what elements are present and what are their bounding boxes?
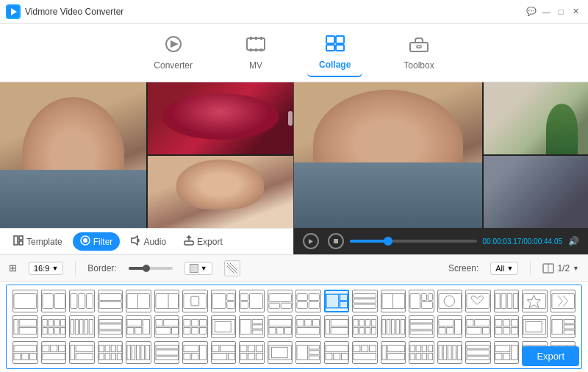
right-cell-face[interactable] — [294, 82, 482, 228]
svg-rect-187 — [137, 346, 140, 360]
template-item[interactable] — [494, 315, 520, 338]
template-item[interactable] — [437, 290, 463, 312]
audio-tab[interactable]: Audio — [123, 232, 173, 251]
template-item[interactable] — [69, 290, 95, 312]
template-item[interactable] — [437, 315, 463, 338]
template-item[interactable] — [465, 341, 491, 364]
template-item[interactable] — [522, 290, 548, 312]
template-item[interactable] — [98, 290, 123, 312]
template-item[interactable] — [465, 315, 491, 338]
template-item[interactable] — [494, 341, 520, 364]
template-item[interactable] — [381, 341, 406, 364]
border-slider[interactable] — [129, 267, 173, 270]
nav-converter[interactable]: Converter — [142, 29, 204, 76]
template-item[interactable] — [98, 341, 123, 364]
template-item[interactable] — [409, 290, 434, 312]
template-item[interactable] — [324, 341, 350, 364]
template-item[interactable] — [239, 315, 265, 338]
svg-rect-7 — [260, 37, 262, 40]
template-item[interactable] — [182, 341, 208, 364]
svg-rect-232 — [438, 346, 442, 360]
template-item[interactable] — [41, 315, 67, 338]
svg-rect-199 — [212, 353, 226, 360]
template-item[interactable] — [409, 341, 434, 364]
template-item[interactable] — [239, 341, 265, 364]
template-item[interactable] — [295, 290, 321, 312]
template-item[interactable] — [211, 290, 237, 312]
template-item[interactable] — [182, 315, 208, 338]
template-item[interactable] — [324, 315, 350, 338]
template-item[interactable] — [352, 341, 378, 364]
template-item[interactable] — [126, 341, 151, 364]
close-button[interactable]: ✕ — [569, 5, 582, 18]
progress-bar[interactable] — [350, 240, 477, 243]
template-item[interactable] — [182, 290, 208, 312]
ratio-dropdown[interactable]: 16:9 ▼ — [29, 262, 63, 275]
volume-icon[interactable]: 🔊 — [568, 236, 579, 246]
template-item[interactable] — [268, 290, 293, 312]
right-cell-room[interactable] — [484, 156, 588, 228]
collage-cell-cake[interactable] — [148, 82, 294, 154]
border-color-dropdown[interactable]: ▼ — [184, 262, 212, 275]
stop-button[interactable] — [328, 233, 344, 249]
template-item[interactable] — [437, 341, 463, 364]
svg-rect-143 — [410, 320, 433, 323]
template-item[interactable] — [352, 315, 378, 338]
screen-dropdown[interactable]: All ▼ — [490, 262, 518, 275]
svg-rect-150 — [467, 320, 473, 326]
template-item[interactable] — [41, 341, 67, 364]
template-item[interactable] — [268, 315, 293, 338]
template-item[interactable] — [381, 290, 406, 312]
left-toolbar: Template Filter — [0, 228, 293, 254]
minimize-button[interactable]: — — [539, 5, 553, 18]
template-item[interactable] — [126, 315, 151, 338]
template-item[interactable] — [41, 290, 67, 312]
template-item[interactable] — [12, 290, 38, 312]
template-item[interactable] — [239, 290, 265, 312]
collage-grid-left — [0, 82, 293, 228]
svg-rect-166 — [14, 346, 37, 352]
chat-button[interactable]: 💬 — [525, 5, 538, 18]
collage-cell-face-bottom[interactable] — [148, 156, 294, 228]
template-item[interactable] — [211, 341, 237, 364]
play-button[interactable] — [303, 233, 319, 249]
nav-toolbox[interactable]: Toolbox — [392, 29, 445, 76]
filter-tab[interactable]: Filter — [73, 232, 121, 251]
collage-cell-face-left[interactable] — [0, 82, 146, 228]
template-item[interactable] — [381, 315, 406, 338]
template-item[interactable] — [126, 290, 151, 312]
template-item[interactable] — [295, 341, 321, 364]
svg-rect-138 — [381, 320, 385, 335]
template-item[interactable] — [494, 290, 520, 312]
template-item[interactable] — [324, 290, 350, 312]
template-item[interactable] — [154, 315, 180, 338]
progress-thumb — [384, 237, 392, 246]
template-item[interactable] — [409, 315, 434, 338]
svg-rect-75 — [507, 294, 512, 309]
svg-rect-5 — [250, 37, 252, 40]
nav-mv[interactable]: MV — [234, 29, 278, 76]
maximize-button[interactable]: □ — [554, 5, 567, 18]
export-tab[interactable]: Export — [176, 232, 230, 251]
template-item[interactable] — [295, 315, 321, 338]
right-cell-plant[interactable] — [484, 82, 588, 154]
template-item[interactable] — [154, 290, 180, 312]
template-item[interactable] — [12, 341, 38, 364]
export-button[interactable]: Export — [522, 346, 579, 366]
svg-rect-229 — [416, 353, 420, 360]
template-item[interactable] — [12, 315, 38, 338]
template-item[interactable] — [551, 290, 576, 312]
template-tab[interactable]: Template — [6, 232, 70, 251]
nav-collage[interactable]: Collage — [307, 29, 362, 77]
template-item[interactable] — [352, 290, 378, 312]
template-item[interactable] — [69, 341, 95, 364]
template-item[interactable] — [551, 315, 576, 338]
template-item[interactable] — [522, 315, 548, 338]
pattern-button[interactable] — [224, 260, 240, 276]
template-item[interactable] — [69, 315, 95, 338]
template-item[interactable] — [154, 341, 180, 364]
template-item[interactable] — [465, 290, 491, 312]
template-item[interactable] — [211, 315, 237, 338]
template-item[interactable] — [268, 341, 293, 364]
template-item[interactable] — [98, 315, 123, 338]
